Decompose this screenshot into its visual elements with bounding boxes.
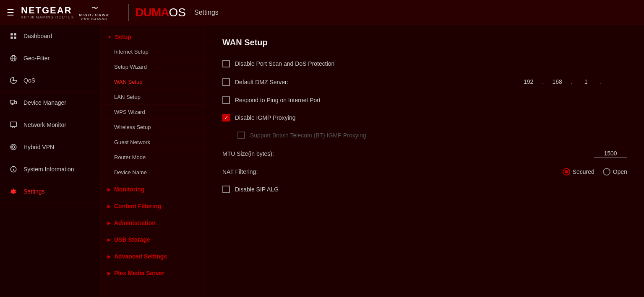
submenu-label-plex: Plex Media Server — [114, 270, 164, 276]
submenu-item-setup-wizard[interactable]: Setup Wizard — [101, 59, 205, 75]
label-mtu-size: MTU Size(in bytes): — [222, 150, 274, 157]
page-title: WAN Setup — [222, 38, 627, 47]
submenu-section-setup: ▼ Setup Internet Setup Setup Wizard WAN … — [101, 29, 205, 180]
sidebar-label-system-information: System Information — [23, 166, 74, 173]
dmz-ip-octet2[interactable] — [545, 77, 570, 86]
router-model: XR700 GAMING ROUTER — [21, 15, 74, 19]
svg-point-13 — [12, 146, 15, 148]
svg-rect-3 — [14, 37, 16, 39]
chevron-right-icon: ▶ — [107, 221, 111, 225]
sidebar-middle: ▼ Setup Internet Setup Setup Wizard WAN … — [101, 25, 206, 297]
radio-circle-secured — [563, 168, 570, 176]
row-respond-ping: Respond to Ping on Internet Port — [222, 96, 627, 104]
sidebar-label-dashboard: Dashboard — [23, 33, 52, 39]
svg-rect-8 — [10, 100, 15, 103]
submenu-label-content-filtering: Content Filtering — [114, 203, 161, 209]
submenu-item-wan-setup[interactable]: WAN Setup — [101, 75, 205, 90]
devices-icon — [8, 98, 18, 108]
sidebar-item-qos[interactable]: QoS — [0, 70, 100, 92]
brand-logo: NETGEAR XR700 GAMING ROUTER 〜 NIGHTHAWK … — [21, 4, 115, 21]
submenu-item-guest-network[interactable]: Guest Network — [101, 135, 205, 150]
sidebar-item-hybrid-vpn[interactable]: Hybrid VPN — [0, 136, 100, 158]
sidebar-label-network-monitor: Network Monitor — [23, 121, 66, 128]
radio-open[interactable]: Open — [603, 168, 627, 176]
duma-text: DUMA — [136, 6, 169, 19]
row-support-bt: Support British Telecom (BT) IGMP Proxyi… — [222, 132, 627, 139]
checkbox-disable-port-scan[interactable] — [222, 60, 230, 67]
row-disable-port-scan: Disable Port Scan and DoS Protection — [222, 60, 627, 67]
submenu-item-device-name[interactable]: Device Name — [101, 165, 205, 180]
submenu-item-lan-setup[interactable]: LAN Setup — [101, 90, 205, 105]
os-text: OS — [169, 6, 186, 19]
submenu-section-monitoring: ▶ Monitoring — [101, 182, 205, 197]
submenu-item-wireless-setup[interactable]: Wireless Setup — [101, 120, 205, 135]
gauge-icon — [8, 75, 18, 85]
sidebar-item-network-monitor[interactable]: Network Monitor — [0, 114, 100, 136]
radio-secured[interactable]: Secured — [563, 168, 594, 176]
submenu-header-setup[interactable]: ▼ Setup — [101, 29, 205, 44]
row-mtu-size: MTU Size(in bytes): — [222, 149, 627, 158]
submenu-header-plex[interactable]: ▶ Plex Media Server — [101, 266, 205, 281]
svg-point-17 — [13, 168, 14, 168]
checkbox-disable-igmp[interactable] — [222, 114, 230, 121]
row-nat-filtering: NAT Filtering: Secured Open — [222, 168, 627, 176]
sidebar-item-device-manager[interactable]: Device Manager — [0, 92, 100, 114]
svg-rect-0 — [10, 33, 13, 35]
content-area: WAN Setup Disable Port Scan and DoS Prot… — [206, 25, 644, 297]
label-disable-port-scan: Disable Port Scan and DoS Protection — [235, 60, 334, 67]
submenu-label-advanced-settings: Advanced Settings — [114, 253, 167, 260]
chevron-right-icon: ▶ — [107, 187, 111, 192]
submenu-section-content-filtering: ▶ Content Filtering — [101, 199, 205, 214]
label-disable-igmp: Disable IGMP Proxying — [235, 114, 295, 121]
svg-rect-9 — [15, 101, 17, 104]
dmz-ip-octet4[interactable] — [602, 77, 627, 86]
checkbox-default-dmz[interactable] — [222, 78, 230, 86]
submenu-item-wps-wizard[interactable]: WPS Wizard — [101, 105, 205, 120]
checkbox-support-bt — [237, 132, 245, 139]
menu-icon[interactable]: ☰ — [7, 8, 14, 18]
nighthawk-label: NIGHTHAWK — [79, 13, 110, 17]
submenu-label-setup: Setup — [115, 34, 131, 40]
sidebar-left: Dashboard Geo-Filter QoS Device Manager — [0, 25, 101, 297]
submenu-items-setup: Internet Setup Setup Wizard WAN Setup LA… — [101, 44, 205, 180]
sidebar-label-hybrid-vpn: Hybrid VPN — [23, 144, 54, 150]
submenu-header-usb-storage[interactable]: ▶ USB Storage — [101, 232, 205, 247]
sidebar-item-settings[interactable]: Settings — [0, 181, 100, 203]
submenu-header-monitoring[interactable]: ▶ Monitoring — [101, 182, 205, 197]
info-icon — [8, 164, 18, 174]
radio-circle-open — [603, 168, 610, 176]
submenu-header-content-filtering[interactable]: ▶ Content Filtering — [101, 199, 205, 214]
row-disable-sip: Disable SIP ALG — [222, 186, 627, 193]
nighthawk-logo: 〜 NIGHTHAWK PRO GAMING — [79, 4, 110, 21]
sidebar-label-geo-filter: Geo-Filter — [23, 55, 50, 62]
dmz-ip-octet3[interactable] — [574, 77, 599, 86]
dmz-ip-octet1[interactable] — [516, 77, 541, 86]
checkbox-respond-ping[interactable] — [222, 96, 230, 104]
netgear-brand: NETGEAR — [21, 6, 72, 15]
sidebar-item-geo-filter[interactable]: Geo-Filter — [0, 47, 100, 70]
radio-label-open: Open — [613, 168, 627, 175]
globe-icon — [8, 53, 18, 63]
submenu-label-monitoring: Monitoring — [114, 186, 144, 193]
dmz-ip-inputs: . . . — [516, 77, 627, 86]
sidebar-item-system-information[interactable]: System Information — [0, 158, 100, 181]
submenu-item-internet-setup[interactable]: Internet Setup — [101, 44, 205, 59]
submenu-item-router-mode[interactable]: Router Mode — [101, 150, 205, 165]
submenu-section-plex: ▶ Plex Media Server — [101, 266, 205, 281]
checkbox-disable-sip[interactable] — [222, 186, 230, 193]
input-mtu-size[interactable] — [594, 149, 627, 158]
header-page-label: Settings — [194, 9, 219, 16]
submenu-header-administration[interactable]: ▶ Administration — [101, 215, 205, 230]
label-respond-ping: Respond to Ping on Internet Port — [235, 97, 321, 103]
nat-radio-group: Secured Open — [563, 168, 627, 176]
submenu-header-advanced-settings[interactable]: ▶ Advanced Settings — [101, 249, 205, 264]
chevron-down-icon: ▼ — [107, 35, 112, 39]
monitor-icon — [8, 120, 18, 130]
label-nat-filtering: NAT Filtering: — [222, 168, 258, 175]
vpn-icon — [8, 142, 18, 152]
svg-point-14 — [10, 144, 16, 150]
nighthawk-sub: PRO GAMING — [81, 17, 107, 21]
svg-rect-12 — [10, 122, 17, 127]
sidebar-item-dashboard[interactable]: Dashboard — [0, 25, 100, 47]
submenu-label-administration: Administration — [114, 220, 156, 226]
